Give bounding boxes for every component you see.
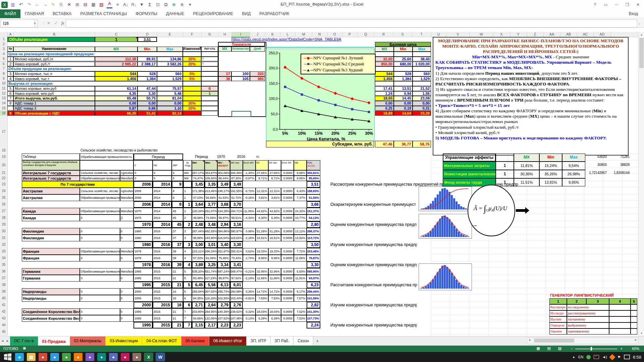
row-min[interactable]: 0,00 (138, 101, 157, 106)
country-stat[interactable]: 51,63% (217, 194, 230, 201)
country-stat[interactable]: 5,60% (294, 268, 307, 275)
group-summary-label[interactable]: По 7 государствам (22, 181, 133, 188)
country-stat[interactable]: 12,31% (268, 188, 281, 194)
country-stat[interactable]: 5,17% (294, 288, 307, 295)
row-flag[interactable]: 0 (201, 86, 218, 91)
country-stat[interactable]: 0,0000 (281, 215, 294, 221)
column-header-D[interactable]: D (138, 32, 157, 37)
base-price-header-1[interactable]: Min (394, 47, 413, 52)
row-header-27[interactable]: 27 (0, 208, 8, 215)
country-stat[interactable]: 103,44% (230, 295, 243, 302)
row-header-24[interactable]: 24 (0, 188, 8, 195)
effects-header-0[interactable]: MX (514, 154, 539, 162)
normal-view-icon[interactable]: ▦ (537, 346, 540, 351)
country-stat[interactable]: 0,0000 (281, 170, 294, 176)
row-header-6[interactable]: 6 (0, 62, 8, 67)
competitive-note[interactable]: Оценим конкурентные преимущества предп (330, 222, 417, 227)
country-period[interactable]: 37 (172, 228, 183, 235)
row-max[interactable]: 81,04 (157, 96, 183, 101)
country-period[interactable]: 16 (172, 295, 183, 302)
column-header-V[interactable]: V (446, 32, 470, 37)
row-mx[interactable]: 112,38 (95, 57, 138, 62)
name-box-dropdown-icon[interactable]: ▼ (32, 19, 38, 27)
help-button[interactable]: ? (590, 1, 600, 8)
row-header-32[interactable]: 32 (0, 241, 8, 248)
country-stat[interactable]: 13,12% (294, 228, 307, 235)
summary-value[interactable]: 2,48 (192, 221, 205, 228)
row-name[interactable]: Объем реализации с НДС (13, 111, 95, 116)
row-header-39[interactable]: 39 (0, 288, 8, 295)
country-stat[interactable]: 18,03% (256, 308, 268, 315)
base-price-value[interactable]: 13,51 (394, 86, 413, 91)
country-stat[interactable]: 97,92% (230, 275, 243, 282)
row-mx[interactable]: 1,456 (95, 76, 138, 81)
new-sheet-button[interactable]: + (313, 337, 321, 346)
tab-scroll-right-icon[interactable]: ► (5, 337, 10, 346)
country-desc[interactable]: Сельское хозяйство, лесово (80, 188, 120, 194)
summary-fx[interactable]: 3,51 (307, 181, 320, 188)
country-name[interactable]: Нидерланды (22, 288, 80, 295)
country-stat[interactable]: 0,0000 (281, 275, 294, 282)
page-break-view-icon[interactable]: ▨ (558, 346, 561, 351)
effects-side-number[interactable]: 71281 (608, 155, 631, 160)
enter-icon[interactable]: ✓ (52, 19, 60, 27)
country-stat[interactable]: 76,87% (307, 255, 320, 261)
period-range-2[interactable]: 2016 (231, 154, 251, 160)
country-stat[interactable]: 56,69% (205, 194, 217, 201)
competitive-note[interactable]: Охарактеризуем конкурентные преимущест (330, 202, 417, 207)
row-header-45[interactable]: 45 (0, 328, 8, 336)
column-header-C[interactable]: C (95, 32, 138, 37)
country-stat[interactable]: 27,65% (268, 170, 281, 176)
country-stat[interactable]: 16,51% (256, 235, 268, 241)
effects-value[interactable]: 35,26% (539, 170, 562, 178)
display-tray-icon[interactable] (624, 355, 630, 359)
country-stat[interactable]: 87,30% (230, 176, 243, 181)
vertical-scrollbar[interactable]: ▲▼ (638, 32, 644, 336)
country-stat[interactable]: 257,17% (192, 170, 205, 176)
country-stat[interactable]: 264,95% (205, 308, 217, 315)
column-header-F[interactable]: F (183, 32, 202, 37)
ribbon-tab-формулы[interactable]: ФОРМУЛЫ (131, 9, 162, 18)
row-min[interactable]: 2 388,17 (138, 62, 157, 67)
zoom-slider-thumb[interactable] (591, 347, 592, 351)
country-stat[interactable]: 0,0000 (281, 288, 294, 295)
col-header-change[interactable]: Изменение (183, 47, 201, 52)
country-period[interactable]: 3 (183, 235, 192, 241)
row-flag[interactable]: 1 (201, 91, 218, 96)
country-stat[interactable]: 6,30% (268, 215, 281, 221)
country-stat[interactable]: 24,32% (294, 208, 307, 215)
row-max[interactable]: 5,48 (157, 91, 183, 96)
base-price-value[interactable]: 0,94 (394, 91, 413, 96)
col-header-max[interactable]: Max (157, 47, 183, 52)
country-stat[interactable]: 11,91% (294, 275, 307, 282)
row-mx[interactable]: 544 (95, 71, 138, 76)
country-desc[interactable]: Сельское хозяйство, лесово (80, 170, 120, 176)
row-header-10[interactable]: 10 (0, 81, 8, 86)
summary-value[interactable]: 6,01 (230, 282, 243, 288)
country-name[interactable]: Германия (22, 275, 80, 282)
base-price-value[interactable]: 528 (394, 71, 413, 76)
row-name[interactable]: Навоз коровий, тыс.т (13, 76, 95, 81)
row-header-38[interactable]: 38 (0, 282, 8, 289)
country-stat[interactable]: 116,04% (217, 235, 230, 241)
row-mx[interactable]: 61,14 (95, 86, 138, 91)
excel-icon[interactable]: X (144, 353, 153, 361)
country-period[interactable]: 1980 (133, 235, 153, 241)
sheet-tab-ЗП. ИТР[interactable]: ЗП. ИТР (247, 337, 271, 346)
country-stat[interactable]: 73,44% (230, 255, 243, 261)
pinned-app-4-icon[interactable]: ● (74, 353, 83, 361)
competitive-note[interactable]: Оценим конкурентные преимущества предпри… (330, 262, 417, 267)
row-no[interactable]: 5 (7, 86, 13, 91)
country-name[interactable]: Австралия (22, 194, 80, 201)
row-header-37[interactable]: 37 (0, 275, 8, 282)
row-header-16[interactable]: 16 (0, 111, 8, 116)
formula-bar-expand-icon[interactable]: ⌄ (636, 19, 643, 27)
country-stat[interactable]: 287,44% (192, 228, 205, 235)
macro-record-icon[interactable]: ▣ (23, 346, 26, 350)
row-min[interactable]: 1,384 (138, 76, 157, 81)
country-stat[interactable]: -4,34% (243, 215, 256, 221)
base-price-empty[interactable] (394, 81, 413, 86)
country-stat[interactable]: 13,92% (294, 235, 307, 241)
period-col-header[interactable]: по (153, 160, 172, 170)
row-header-29[interactable]: 29 (0, 221, 8, 228)
